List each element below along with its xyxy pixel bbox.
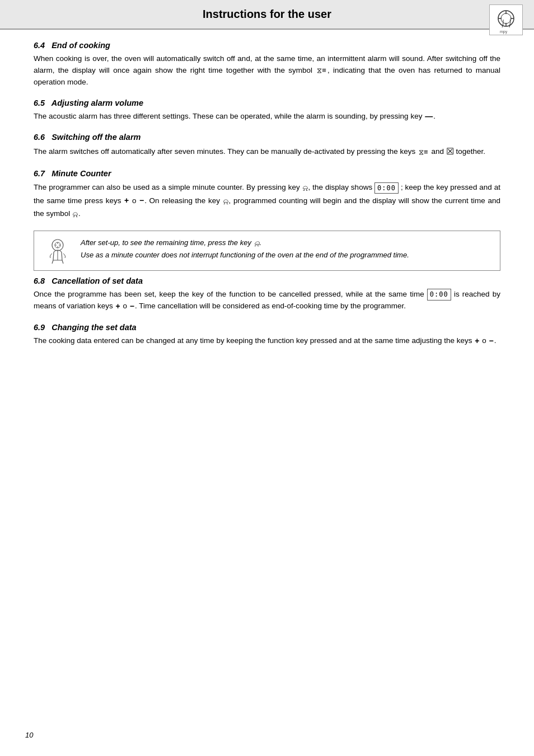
- section-6-7: 6.7 Minute Counter The programmer can al…: [34, 169, 500, 220]
- bell-icon-3: ⍾: [73, 208, 78, 220]
- section-6-6-title: 6.6 Switching off the alarm: [34, 133, 500, 142]
- section-6-4-body: When cooking is over, the oven will auto…: [34, 53, 500, 88]
- section-6-8-title: 6.8 Cancellation of set data: [34, 276, 500, 285]
- display-zero-2: 0:00: [427, 289, 451, 300]
- note-line-1: After set-up, to see the remaining time,…: [81, 237, 409, 250]
- plus-key-2: +: [116, 300, 120, 313]
- note-icon-area: [42, 237, 73, 265]
- brand-logo: mpy: [489, 4, 523, 35]
- minus-key-1: −: [139, 195, 144, 207]
- chef-icon: [44, 237, 72, 265]
- bell-icon-2: ⍾: [223, 195, 228, 208]
- bell-icon-note: ⍾: [254, 237, 259, 250]
- section-6-7-title: 6.7 Minute Counter: [34, 169, 500, 178]
- section-6-5-title: 6.5 Adjusting alarm volume: [34, 98, 500, 107]
- bell-icon-1: ⍾: [303, 181, 308, 194]
- note-box: After set-up, to see the remaining time,…: [34, 231, 500, 271]
- section-6-4-title: 6.4 End of cooking: [34, 41, 500, 50]
- page-title: Instructions for the user: [203, 8, 331, 21]
- page-header: Instructions for the user mpy: [0, 0, 534, 30]
- plus-key-1: +: [124, 195, 129, 207]
- minus-key-icon: —: [425, 111, 433, 123]
- note-text-area: After set-up, to see the remaining time,…: [81, 237, 409, 261]
- section-6-5-body: The acoustic alarm has three different s…: [34, 111, 500, 123]
- section-6-9-title: 6.9 Changing the set data: [34, 323, 500, 332]
- section-6-4: 6.4 End of cooking When cooking is over,…: [34, 41, 500, 88]
- main-content: 6.4 End of cooking When cooking is over,…: [0, 35, 534, 379]
- section-6-9-body: The cooking data entered can be changed …: [34, 335, 500, 348]
- page-number: 10: [25, 731, 33, 739]
- clock-icon: ⧖≡: [317, 65, 326, 76]
- section-6-6: 6.6 Switching off the alarm The alarm sw…: [34, 133, 500, 159]
- plus-key-3: +: [475, 335, 479, 348]
- minus-key-2: −: [130, 300, 134, 313]
- section-6-9: 6.9 Changing the set data The cooking da…: [34, 323, 500, 348]
- section-6-6-body: The alarm switches off automatically aft…: [34, 145, 500, 159]
- section-6-7-body: The programmer can also be used as a sim…: [34, 181, 500, 220]
- svg-point-7: [52, 240, 63, 251]
- cross-icon: ☒: [446, 147, 454, 156]
- display-zero: 0:00: [374, 182, 399, 194]
- logo-svg: mpy: [491, 6, 522, 34]
- clock-icon-2: ⧖≡: [419, 147, 428, 158]
- section-6-8-body: Once the programme has been set, keep th…: [34, 289, 500, 313]
- note-line-2: Use as a minute counter does not interru…: [81, 250, 409, 261]
- minus-key-3: −: [489, 335, 493, 348]
- section-6-5: 6.5 Adjusting alarm volume The acoustic …: [34, 98, 500, 123]
- svg-text:mpy: mpy: [500, 30, 508, 34]
- section-6-8: 6.8 Cancellation of set data Once the pr…: [34, 276, 500, 313]
- svg-point-1: [501, 13, 511, 24]
